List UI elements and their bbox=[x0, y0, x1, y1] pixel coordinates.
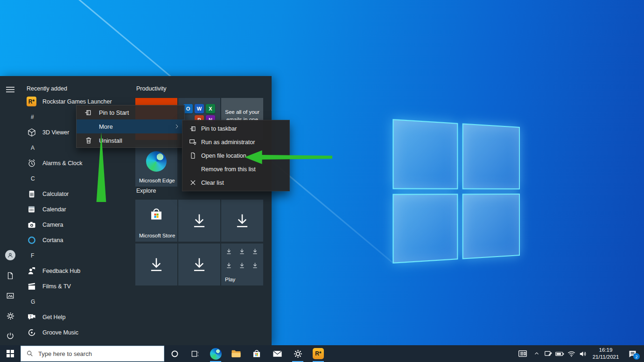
windows-logo-wallpaper bbox=[392, 119, 520, 264]
submenu-item-pin-to-taskbar[interactable]: Pin to taskbar bbox=[182, 122, 289, 135]
volume-button[interactable] bbox=[577, 345, 589, 362]
submenu-item-run-as-administrator[interactable]: Run as administrator bbox=[182, 135, 289, 149]
chevron-up-icon bbox=[533, 350, 540, 357]
settings-taskbar-button[interactable] bbox=[287, 345, 308, 362]
menu-item-more[interactable]: More bbox=[77, 119, 184, 133]
tile-pending-download[interactable] bbox=[135, 244, 177, 285]
windows-start-icon bbox=[7, 350, 14, 358]
tile-pending-download[interactable] bbox=[178, 200, 220, 242]
documents-button[interactable] bbox=[5, 271, 15, 281]
tile-pending-download[interactable] bbox=[178, 244, 220, 285]
rockstar-icon: R* bbox=[313, 348, 324, 359]
download-arrow-icon bbox=[190, 256, 208, 273]
start-menu-rail bbox=[0, 76, 21, 345]
app-item-groove-music[interactable]: Groove Music bbox=[21, 325, 133, 340]
cube-icon bbox=[27, 127, 36, 137]
calculator-icon bbox=[27, 189, 36, 199]
tile-microsoft-store[interactable]: Microsoft Store bbox=[135, 200, 177, 242]
tray-overflow-button[interactable] bbox=[531, 345, 542, 362]
app-item-get-help[interactable]: ? Get Help bbox=[21, 309, 133, 325]
taskbar: R* bbox=[0, 345, 644, 362]
app-item-alarms-clock[interactable]: Alarms & Clock bbox=[21, 155, 133, 171]
app-item-calendar[interactable]: Calendar bbox=[21, 202, 133, 217]
user-avatar-icon bbox=[5, 250, 15, 260]
app-item-films-tv[interactable]: Films & TV bbox=[21, 278, 133, 294]
windows-ink-button[interactable] bbox=[542, 345, 554, 362]
tile-play-folder[interactable]: Play bbox=[221, 244, 263, 285]
news-widget-button[interactable] bbox=[515, 345, 531, 362]
tile-pending-download[interactable] bbox=[221, 200, 263, 242]
wifi-button[interactable] bbox=[566, 345, 577, 362]
system-tray: 16:19 21/11/2021 2 bbox=[515, 345, 644, 362]
clear-x-icon bbox=[189, 179, 197, 187]
app-item-feedback-hub[interactable]: Feedback Hub bbox=[21, 263, 133, 278]
pin-icon bbox=[84, 109, 92, 117]
submenu-item-clear-list[interactable]: Clear list bbox=[182, 176, 289, 189]
store-taskbar-button[interactable] bbox=[246, 345, 267, 362]
cortana-taskbar-button[interactable] bbox=[164, 345, 185, 362]
groove-music-icon bbox=[27, 327, 36, 337]
pictures-icon bbox=[6, 292, 14, 300]
download-arrow-icon bbox=[233, 212, 251, 230]
tile-label: Microsoft Store bbox=[139, 233, 175, 238]
app-item-camera[interactable]: Camera bbox=[21, 217, 133, 232]
admin-shield-icon bbox=[189, 138, 197, 146]
settings-button[interactable] bbox=[5, 311, 15, 321]
windows-logo-pane bbox=[462, 123, 520, 189]
pin-icon bbox=[189, 125, 197, 132]
hamburger-icon bbox=[6, 86, 14, 93]
user-account-button[interactable] bbox=[5, 250, 15, 260]
app-item-cortana[interactable]: Cortana bbox=[21, 232, 133, 248]
file-explorer-taskbar-button[interactable] bbox=[226, 345, 246, 362]
windows-logo-pane bbox=[392, 194, 458, 264]
mini-download-arrow-icon bbox=[252, 262, 259, 269]
start-button[interactable] bbox=[0, 345, 21, 362]
rockstar-taskbar-button[interactable]: R* bbox=[308, 345, 329, 362]
tile-label: Play bbox=[225, 277, 235, 282]
tile-group-header-productivity[interactable]: Productivity bbox=[136, 85, 167, 92]
gear-icon bbox=[6, 312, 15, 320]
section-letter-c[interactable]: C bbox=[21, 171, 133, 186]
app-item-calculator[interactable]: Calculator bbox=[21, 186, 133, 202]
tile-microsoft-edge[interactable]: Microsoft Edge bbox=[135, 145, 177, 187]
notification-badge: 2 bbox=[633, 353, 640, 360]
tile-group-header-explore[interactable]: Explore bbox=[136, 188, 156, 194]
action-center-button[interactable]: 2 bbox=[623, 345, 642, 362]
submenu-item-remove-from-this-list[interactable]: Remove from this list bbox=[182, 162, 289, 176]
get-help-icon: ? bbox=[27, 312, 36, 322]
clapperboard-icon bbox=[27, 281, 36, 291]
battery-icon bbox=[555, 349, 565, 359]
pictures-button[interactable] bbox=[5, 291, 15, 301]
cortana-icon bbox=[27, 235, 36, 245]
section-letter-f[interactable]: F bbox=[21, 248, 133, 263]
store-bag-icon bbox=[252, 348, 262, 359]
menu-item-pin-to-start[interactable]: Pin to Start bbox=[77, 105, 184, 119]
app-label: Feedback Hub bbox=[42, 268, 80, 274]
camera-icon bbox=[27, 220, 36, 230]
speaker-icon bbox=[579, 349, 588, 358]
windows-logo-pane bbox=[392, 119, 458, 189]
section-letter-g[interactable]: G bbox=[21, 294, 133, 309]
cortana-circle-icon bbox=[171, 350, 179, 358]
news-icon bbox=[518, 348, 528, 359]
app-label: Rockstar Games Launcher bbox=[42, 98, 112, 105]
word-icon: W bbox=[195, 104, 204, 113]
power-button[interactable] bbox=[5, 331, 15, 341]
app-label: Camera bbox=[42, 222, 63, 228]
mail-taskbar-button[interactable] bbox=[267, 345, 287, 362]
app-label: Cortana bbox=[42, 237, 63, 244]
menu-item-uninstall[interactable]: Uninstall bbox=[77, 133, 184, 147]
search-input[interactable] bbox=[38, 350, 146, 357]
edge-icon bbox=[210, 348, 222, 360]
taskbar-search[interactable] bbox=[21, 346, 164, 362]
battery-button[interactable] bbox=[554, 345, 566, 362]
edge-taskbar-button[interactable] bbox=[205, 345, 226, 362]
taskbar-clock[interactable]: 16:19 21/11/2021 bbox=[589, 347, 623, 361]
rockstar-icon: R* bbox=[27, 97, 36, 106]
trash-icon bbox=[84, 137, 92, 145]
task-view-button[interactable] bbox=[185, 345, 205, 362]
mini-download-arrow-icon bbox=[225, 262, 232, 269]
gear-icon bbox=[293, 349, 303, 359]
expand-menu-button[interactable] bbox=[5, 84, 15, 95]
section-letter-k[interactable]: K bbox=[21, 340, 133, 345]
